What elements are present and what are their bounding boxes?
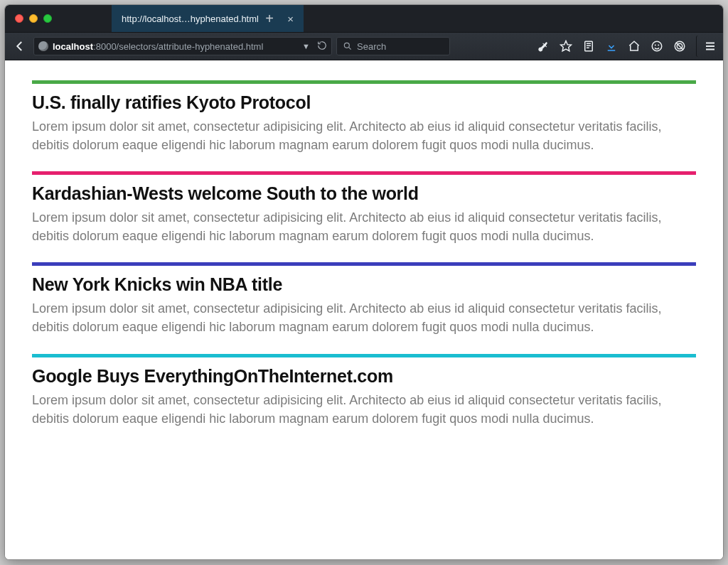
article-body: Lorem ipsum dolor sit amet, consectetur …: [32, 391, 696, 428]
feedback-icon[interactable]: [646, 36, 668, 57]
page-content: U.S. finally ratifies Kyoto Protocol Lor…: [5, 60, 723, 559]
svg-point-10: [658, 45, 659, 46]
search-icon: [343, 41, 353, 51]
svg-point-9: [655, 45, 656, 46]
site-identity-icon: [38, 41, 48, 51]
window-close-button[interactable]: [15, 14, 23, 23]
svg-rect-7: [608, 50, 616, 51]
browser-window: http://localhost…hyphenated.html × + loc…: [4, 4, 724, 560]
svg-marker-2: [561, 41, 572, 51]
url-text: localhost:8000/selectors/attribute-hyphe…: [53, 41, 263, 52]
url-dropdown-icon[interactable]: ▼: [299, 42, 313, 50]
menu-button[interactable]: [696, 36, 717, 57]
svg-line-1: [348, 47, 350, 49]
search-bar[interactable]: Search: [336, 37, 450, 55]
devtools-button[interactable]: [532, 36, 554, 57]
toolbar-actions: [532, 36, 717, 57]
url-host: localhost: [53, 41, 93, 52]
toolbar: localhost:8000/selectors/attribute-hyphe…: [5, 32, 723, 60]
window-controls: [5, 14, 52, 23]
article: Kardashian-Wests welcome South to the wo…: [32, 171, 696, 262]
tab-close-button[interactable]: ×: [284, 13, 296, 25]
svg-point-8: [652, 41, 662, 51]
search-placeholder: Search: [357, 41, 386, 52]
article-body: Lorem ipsum dolor sit amet, consectetur …: [32, 117, 696, 154]
titlebar: http://localhost…hyphenated.html × +: [5, 5, 723, 32]
window-zoom-button[interactable]: [43, 14, 52, 23]
reload-button[interactable]: [317, 41, 327, 53]
new-tab-button[interactable]: +: [255, 5, 284, 32]
article-body: Lorem ipsum dolor sit amet, consectetur …: [32, 299, 696, 336]
article: Google Buys EverythingOnTheInternet.com …: [32, 354, 696, 445]
url-path: :8000/selectors/attribute-hyphenated.htm…: [93, 41, 263, 52]
home-button[interactable]: [623, 36, 645, 57]
adblock-icon[interactable]: [669, 36, 690, 57]
article: U.S. finally ratifies Kyoto Protocol Lor…: [32, 80, 696, 171]
article-headline: U.S. finally ratifies Kyoto Protocol: [32, 92, 696, 113]
svg-point-0: [344, 43, 349, 48]
reading-list-button[interactable]: [578, 36, 599, 57]
article: New York Knicks win NBA title Lorem ipsu…: [32, 262, 696, 353]
bookmark-star-button[interactable]: [555, 36, 577, 57]
downloads-button[interactable]: [601, 36, 622, 57]
window-minimize-button[interactable]: [29, 14, 38, 23]
article-headline: Kardashian-Wests welcome South to the wo…: [32, 183, 696, 204]
article-headline: New York Knicks win NBA title: [32, 274, 696, 295]
url-bar[interactable]: localhost:8000/selectors/attribute-hyphe…: [33, 37, 332, 55]
article-body: Lorem ipsum dolor sit amet, consectetur …: [32, 208, 696, 245]
article-headline: Google Buys EverythingOnTheInternet.com: [32, 366, 696, 387]
back-button[interactable]: [11, 37, 29, 55]
